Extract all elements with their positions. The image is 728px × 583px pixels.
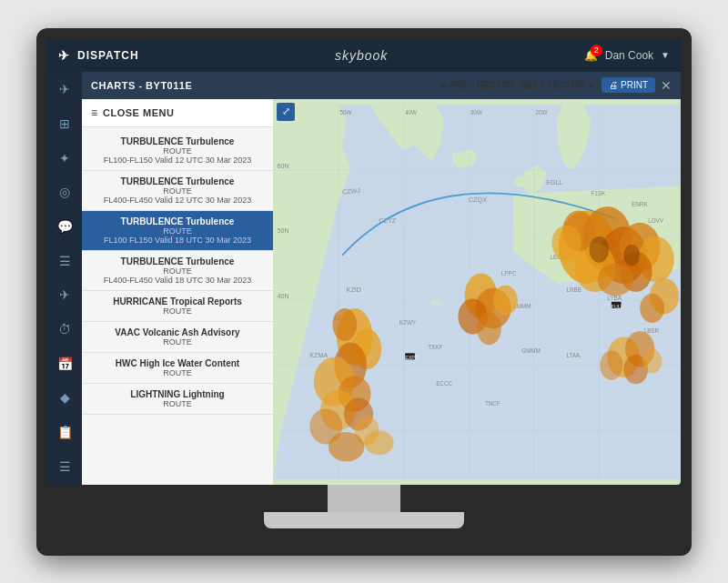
sidebar: ✈ ⊞ ✦ ◎ 💬 ☰ ✈ ⏱ 📅 ◆ 📋 ☰: [47, 72, 82, 485]
svg-point-69: [551, 225, 581, 260]
svg-text:KZID: KZID: [347, 286, 361, 294]
svg-text:GMMM: GMMM: [521, 347, 541, 354]
svg-text:LRBB: LRBB: [567, 286, 581, 293]
expand-map-button[interactable]: ⤢: [277, 103, 295, 121]
svg-text:EXPT: EXPT: [405, 355, 419, 360]
charts-header: CHARTS - BYT011E ◄ PREV SECTOR NEXT SECT…: [82, 72, 681, 99]
print-button[interactable]: 🖨 PRINT: [602, 77, 655, 93]
menu-items-list: TURBULENCE Turbulence ROUTE FL100-FL150 …: [82, 127, 273, 485]
svg-text:30W: 30W: [470, 108, 482, 115]
menu-item-5[interactable]: HURRICANE Tropical Reports ROUTE: [82, 291, 273, 322]
svg-text:LBSR: LBSR: [644, 327, 660, 333]
svg-text:ECCC: ECCC: [436, 380, 452, 387]
svg-point-60: [477, 312, 501, 345]
monitor-stand-base: [264, 512, 464, 528]
sidebar-icon-grid[interactable]: ⊞: [52, 113, 77, 135]
menu-item-7[interactable]: HWC High Ice Water Content ROUTE: [82, 353, 273, 384]
sidebar-icon-clipboard[interactable]: 📋: [52, 421, 77, 443]
prev-sector-button[interactable]: ◄ PREV SECTOR: [438, 80, 514, 90]
close-menu-label[interactable]: CLOSE MENU: [103, 107, 174, 118]
close-button[interactable]: ✕: [661, 78, 672, 93]
svg-text:20W: 20W: [536, 108, 548, 115]
top-bar-right: 🔔 2 Dan Cook ▼: [584, 49, 670, 62]
chevron-down-icon[interactable]: ▼: [661, 50, 670, 60]
sidebar-icon-calendar[interactable]: 📅: [52, 353, 77, 375]
app-area: ✈ ⊞ ✦ ◎ 💬 ☰ ✈ ⏱ 📅 ◆ 📋 ☰ CHARTS - BYT011E: [47, 72, 681, 485]
svg-text:LTAA: LTAA: [567, 351, 581, 357]
logo-text: skybook: [335, 48, 388, 63]
svg-text:KZWY: KZWY: [399, 318, 417, 325]
notification-count: 2: [591, 45, 602, 56]
svg-text:TNCF: TNCF: [485, 400, 500, 407]
sidebar-icon-circle[interactable]: ◎: [52, 182, 77, 204]
menu-item-6[interactable]: VAAC Volcanic Ash Advisory ROUTE: [82, 322, 273, 353]
svg-text:40W: 40W: [405, 108, 417, 115]
svg-text:60N: 60N: [277, 162, 288, 169]
svg-point-79: [600, 350, 622, 379]
menu-item-2[interactable]: TURBULENCE Turbulence ROUTE FL400-FL450 …: [82, 171, 273, 211]
svg-point-59: [493, 285, 518, 314]
svg-text:CZQX: CZQX: [469, 196, 487, 204]
notification-bell[interactable]: 🔔 2: [584, 49, 598, 62]
svg-text:40N: 40N: [277, 293, 288, 300]
svg-text:LPPC: LPPC: [501, 270, 517, 276]
svg-text:F1SK: F1SK: [591, 190, 605, 196]
svg-text:KZMA: KZMA: [309, 351, 328, 358]
monitor-outer: ✈ DISPATCH skybook 🔔 2 Dan Cook ▼ ✈ ⊞ ✦: [36, 28, 692, 556]
app-title-area: ✈ DISPATCH: [58, 48, 139, 63]
map-svg: 60N 50N 40N 50W 40W 30W 20W CZWJ CZYZ KZ…: [273, 99, 681, 485]
sidebar-icon-menu[interactable]: ☰: [52, 456, 77, 477]
svg-point-78: [642, 348, 662, 373]
svg-point-72: [623, 245, 640, 266]
menu-item-8[interactable]: LIGHTNING Lightning ROUTE: [82, 384, 273, 415]
menu-item-4[interactable]: TURBULENCE Turbulence ROUTE FL400-FL450 …: [82, 251, 273, 291]
next-sector-button[interactable]: NEXT SECTOR ►: [521, 80, 597, 90]
main-content: CHARTS - BYT011E ◄ PREV SECTOR NEXT SECT…: [82, 72, 681, 485]
svg-text:50N: 50N: [277, 227, 288, 235]
menu-panel: ≡ CLOSE MENU TURBULENCE Turbulence ROUTE…: [82, 99, 273, 485]
app-title: DISPATCH: [77, 49, 139, 62]
svg-text:FULL: FULL: [612, 303, 623, 308]
svg-point-45: [332, 307, 357, 340]
monitor-screen: ✈ DISPATCH skybook 🔔 2 Dan Cook ▼ ✈ ⊞ ✦: [47, 39, 681, 485]
menu-item-3-active[interactable]: TURBULENCE Turbulence ROUTE FL100 FL150 …: [82, 211, 273, 251]
charts-tab-title: CHARTS - BYT011E: [91, 80, 192, 91]
sidebar-icon-star[interactable]: ✦: [52, 147, 77, 169]
svg-text:50W: 50W: [339, 108, 351, 115]
plane-icon: ✈: [58, 48, 70, 63]
sidebar-icon-timer[interactable]: ⏱: [52, 318, 77, 340]
hamburger-icon: ≡: [91, 106, 97, 119]
charts-content: ≡ CLOSE MENU TURBULENCE Turbulence ROUTE…: [82, 99, 681, 485]
svg-point-74: [640, 293, 664, 322]
svg-point-70: [598, 263, 633, 296]
top-bar: ✈ DISPATCH skybook 🔔 2 Dan Cook ▼: [47, 39, 681, 72]
menu-top-bar: ≡ CLOSE MENU: [82, 99, 273, 127]
svg-text:ENRK: ENRK: [632, 200, 648, 206]
map-area: ⤢: [273, 99, 681, 485]
svg-text:LOVV: LOVV: [648, 216, 664, 223]
svg-text:TXKF: TXKF: [428, 343, 442, 349]
sidebar-icon-diamond[interactable]: ◆: [52, 387, 77, 409]
svg-point-71: [590, 236, 610, 263]
sidebar-icon-dispatch[interactable]: ✈: [52, 79, 77, 101]
monitor-stand-neck: [328, 485, 400, 512]
sidebar-icon-list[interactable]: ☰: [52, 250, 77, 272]
app-logo: skybook: [139, 48, 584, 63]
svg-text:EGLL: EGLL: [546, 178, 562, 186]
svg-point-55: [364, 430, 393, 455]
svg-point-54: [329, 432, 364, 461]
user-name: Dan Cook: [605, 49, 653, 62]
charts-nav-controls: ◄ PREV SECTOR NEXT SECTOR ► 🖨 PRINT ✕: [438, 77, 672, 93]
menu-item-1[interactable]: TURBULENCE Turbulence ROUTE FL100-FL150 …: [82, 131, 273, 171]
sidebar-icon-message[interactable]: 💬: [52, 216, 77, 237]
sidebar-icon-plane[interactable]: ✈: [52, 285, 77, 307]
